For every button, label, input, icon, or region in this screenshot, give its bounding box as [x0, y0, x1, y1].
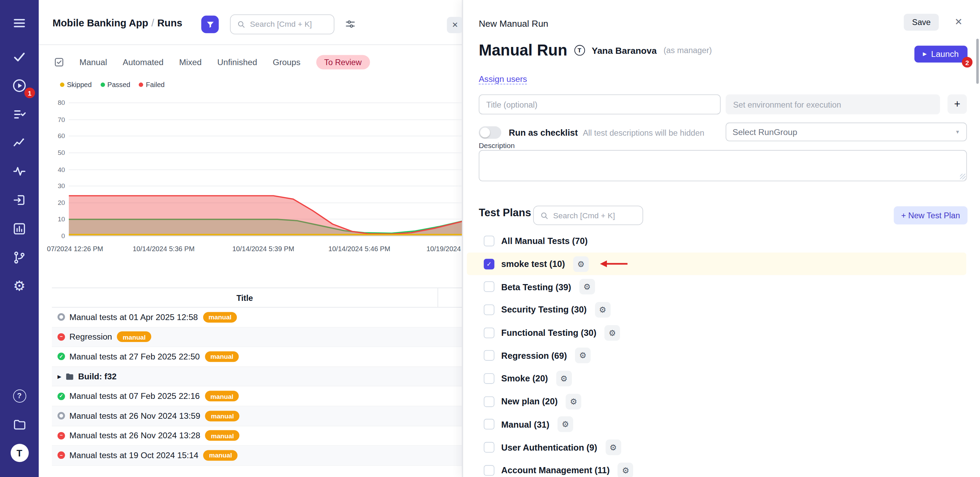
- plan-gear-icon[interactable]: ⚙: [557, 417, 573, 432]
- plan-gear-icon[interactable]: ⚙: [575, 348, 591, 364]
- plan-gear-icon[interactable]: ⚙: [579, 279, 595, 295]
- run-title[interactable]: Manual tests at 26 Nov 2024 13:28: [69, 431, 200, 440]
- test-list-icon[interactable]: [9, 104, 30, 125]
- table-group-row[interactable]: ▶Build: f32: [52, 367, 462, 387]
- table-row[interactable]: ✓Manual tests at 27 Feb 2025 22:50manual: [52, 347, 462, 367]
- runs-panel-close-button[interactable]: ✕: [447, 17, 463, 33]
- plan-gear-icon[interactable]: ⚙: [595, 302, 611, 318]
- plan-label[interactable]: New plan (20): [501, 396, 558, 406]
- settings-gear-icon[interactable]: ⚙: [9, 276, 30, 297]
- expand-caret-icon[interactable]: ▶: [57, 374, 65, 379]
- plan-gear-icon[interactable]: ⚙: [618, 463, 633, 477]
- plan-checkbox[interactable]: ✓: [484, 258, 495, 269]
- test-plan-row[interactable]: Security Testing (30)⚙: [467, 298, 966, 321]
- breadcrumb-project[interactable]: Mobile Banking App: [52, 17, 148, 28]
- environment-input[interactable]: [726, 94, 940, 114]
- tab-to-review[interactable]: To Review: [316, 55, 370, 70]
- save-button[interactable]: Save: [904, 14, 939, 30]
- test-plan-row[interactable]: Smoke (20)⚙: [467, 367, 966, 390]
- plan-gear-icon[interactable]: ⚙: [566, 394, 581, 410]
- tab-groups[interactable]: Groups: [273, 57, 301, 67]
- tab-unfinished[interactable]: Unfinished: [217, 57, 257, 67]
- plan-label[interactable]: Functional Testing (30): [501, 328, 597, 337]
- branch-icon[interactable]: [9, 247, 30, 268]
- new-test-plan-button[interactable]: + New Test Plan: [894, 206, 967, 224]
- plan-checkbox[interactable]: [484, 373, 495, 384]
- filter-button[interactable]: [201, 16, 219, 33]
- check-icon[interactable]: [9, 46, 30, 67]
- plan-label[interactable]: Security Testing (30): [501, 305, 587, 315]
- plan-checkbox[interactable]: [484, 281, 495, 292]
- pulse-icon[interactable]: [9, 161, 30, 182]
- menu-icon[interactable]: [9, 12, 30, 33]
- description-textarea[interactable]: [479, 150, 967, 181]
- rungroup-select[interactable]: Select RunGroup ▼: [726, 123, 967, 142]
- plan-label[interactable]: All Manual Tests (70): [501, 236, 588, 246]
- test-plan-row[interactable]: Account Management (11)⚙: [467, 459, 966, 477]
- help-icon[interactable]: ?: [9, 385, 30, 406]
- test-plans-search-input[interactable]: [553, 211, 636, 220]
- test-plan-row[interactable]: User Authentication (9)⚙: [467, 436, 966, 459]
- plan-label[interactable]: Account Management (11): [501, 465, 609, 475]
- reports-icon[interactable]: [9, 218, 30, 240]
- plan-gear-icon[interactable]: ⚙: [573, 256, 589, 272]
- tab-automated[interactable]: Automated: [123, 57, 164, 67]
- assign-users-link[interactable]: Assign users: [479, 74, 527, 84]
- test-plan-row[interactable]: Beta Testing (39)⚙: [467, 275, 966, 298]
- table-row[interactable]: −Manual tests at 26 Nov 2024 13:28manual: [52, 426, 462, 446]
- run-title-input[interactable]: [479, 94, 721, 114]
- test-plan-row[interactable]: New plan (20)⚙: [467, 390, 966, 413]
- tab-manual[interactable]: Manual: [80, 57, 107, 67]
- plan-label[interactable]: smoke test (10): [501, 259, 565, 269]
- plan-label[interactable]: Beta Testing (39): [501, 282, 571, 292]
- table-row[interactable]: −Manual tests at 19 Oct 2024 15:14manual: [52, 446, 462, 466]
- plan-checkbox[interactable]: [484, 304, 495, 315]
- table-row[interactable]: Manual tests at 01 Apr 2025 12:58manual: [52, 308, 462, 328]
- test-plan-row[interactable]: Functional Testing (30)⚙: [467, 321, 966, 344]
- table-row[interactable]: −Regressionmanual: [52, 327, 462, 347]
- launch-button[interactable]: ▶ Launch 2: [914, 46, 968, 62]
- test-plan-row[interactable]: Regression (69)⚙: [467, 344, 966, 367]
- test-plan-row[interactable]: All Manual Tests (70): [467, 230, 966, 253]
- test-plan-row[interactable]: ✓smoke test (10)⚙: [467, 252, 966, 275]
- tab-mixed[interactable]: Mixed: [179, 57, 202, 67]
- run-title[interactable]: Manual tests at 26 Nov 2024 13:59: [69, 411, 200, 420]
- modal-close-button[interactable]: ✕: [955, 16, 963, 27]
- plan-label[interactable]: Manual (31): [501, 420, 549, 429]
- run-title[interactable]: Manual tests at 19 Oct 2024 15:14: [69, 451, 198, 460]
- plan-label[interactable]: Smoke (20): [501, 374, 548, 383]
- y-tick-label: 30: [39, 182, 65, 189]
- add-environment-button[interactable]: +: [947, 94, 967, 114]
- plan-checkbox[interactable]: [484, 236, 495, 246]
- plan-gear-icon[interactable]: ⚙: [605, 325, 620, 340]
- plan-checkbox[interactable]: [484, 419, 495, 430]
- run-title[interactable]: Manual tests at 07 Feb 2025 22:16: [69, 391, 200, 401]
- plan-gear-icon[interactable]: ⚙: [606, 440, 621, 455]
- plan-checkbox[interactable]: [484, 442, 495, 453]
- plan-checkbox[interactable]: [484, 396, 495, 407]
- projects-folder-icon[interactable]: [9, 414, 30, 435]
- runs-play-icon[interactable]: 1: [9, 75, 30, 96]
- test-plan-row[interactable]: Manual (31)⚙: [467, 413, 966, 436]
- run-title[interactable]: Manual tests at 27 Feb 2025 22:50: [69, 352, 200, 361]
- app-logo[interactable]: T: [9, 442, 30, 463]
- analytics-icon[interactable]: [9, 132, 30, 153]
- plan-gear-icon[interactable]: ⚙: [556, 371, 572, 386]
- header-divider: [39, 45, 462, 45]
- plan-checkbox[interactable]: [484, 327, 495, 338]
- plan-checkbox[interactable]: [484, 350, 495, 361]
- sign-in-icon[interactable]: [9, 189, 30, 211]
- scrollbar-thumb[interactable]: [976, 39, 978, 84]
- run-title[interactable]: Manual tests at 01 Apr 2025 12:58: [69, 313, 198, 322]
- run-title[interactable]: Regression: [69, 332, 112, 341]
- plan-label[interactable]: Regression (69): [501, 351, 567, 361]
- run-as-checklist-toggle[interactable]: [479, 126, 501, 139]
- runs-search-input[interactable]: [250, 20, 328, 29]
- filter-settings-icon[interactable]: [345, 19, 356, 29]
- select-all-icon[interactable]: [54, 57, 64, 67]
- plan-label[interactable]: User Authentication (9): [501, 442, 597, 452]
- table-row[interactable]: ✓Manual tests at 07 Feb 2025 22:16manual: [52, 386, 462, 406]
- table-row[interactable]: Manual tests at 26 Nov 2024 13:59manual: [52, 406, 462, 426]
- plan-checkbox[interactable]: [484, 465, 495, 475]
- resize-handle[interactable]: [960, 174, 966, 179]
